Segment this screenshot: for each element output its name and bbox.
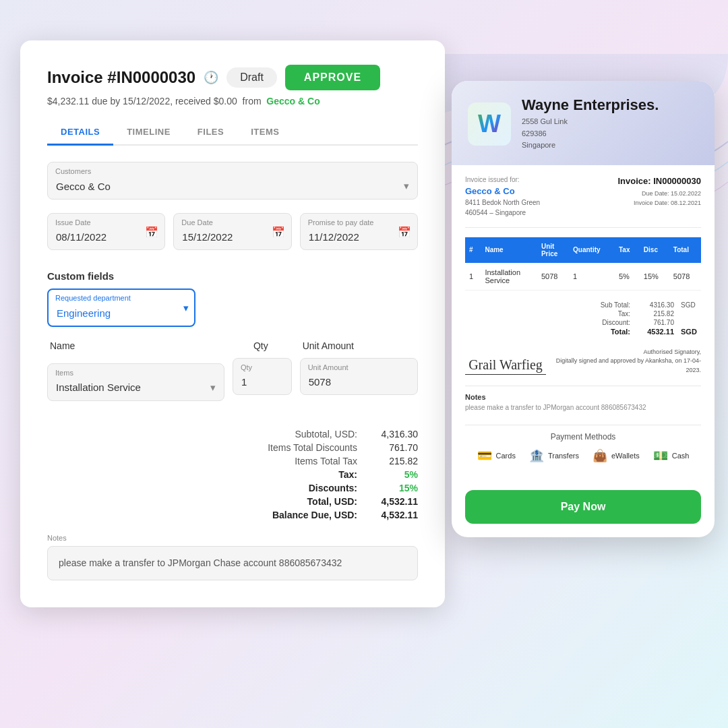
th-disc: Disc bbox=[640, 237, 669, 263]
chevron-down-icon: ▾ bbox=[404, 180, 409, 192]
logo-letter: W bbox=[478, 110, 501, 138]
th-unit-price: UnitPrice bbox=[537, 237, 569, 263]
custom-fields-label: Custom fields bbox=[47, 270, 418, 282]
requested-dept-value: Engineering bbox=[57, 307, 111, 319]
tax-value: 215.82 bbox=[637, 310, 674, 317]
row-quantity: 1 bbox=[569, 263, 615, 291]
payment-cards[interactable]: 💳 Cards bbox=[477, 448, 516, 463]
notes-preview-section: Notes please make a transfer to JPMorgan… bbox=[465, 386, 701, 418]
table-header: # Name UnitPrice Quantity Tax Disc Total bbox=[465, 237, 701, 263]
balance-label: Balance Due, USD: bbox=[209, 510, 357, 520]
total-final-row: Total: 4532.11 SGD bbox=[590, 328, 701, 336]
payment-icons: 💳 Cards 🏦 Transfers 👜 eWallets 💵 Cash bbox=[465, 448, 701, 463]
tab-timeline[interactable]: TIMELINE bbox=[113, 120, 184, 146]
discount-value: 761.70 bbox=[637, 319, 674, 326]
invoice-form-card: Invoice #IN0000030 🕐 Draft APPROVE $4,23… bbox=[20, 40, 445, 607]
item-value: Installation Service bbox=[56, 382, 141, 393]
tabs: DETAILS TIMELINE FILES ITEMS bbox=[47, 120, 418, 146]
subtotal-row: Subtotal, USD: 4,316.30 bbox=[47, 429, 418, 439]
discount-label: Discount: bbox=[590, 319, 630, 326]
invoice-to-row: Invoice issued for: Gecco & Co 8411 Bedo… bbox=[465, 176, 701, 228]
tab-items[interactable]: ITEMS bbox=[237, 120, 293, 146]
company-logo: W bbox=[468, 102, 511, 146]
chevron-down-icon: ▾ bbox=[183, 302, 189, 314]
tax-label: Tax: bbox=[590, 310, 630, 317]
ewallets-icon: 👜 bbox=[593, 448, 607, 463]
client-name: Gecco & Co bbox=[465, 186, 540, 196]
approve-button[interactable]: APPROVE bbox=[285, 65, 380, 90]
tab-details[interactable]: DETAILS bbox=[47, 120, 113, 146]
notes-section: Notes please make a transfer to JPMorgan… bbox=[47, 534, 418, 580]
authorised-text: Grail Warfieg bbox=[465, 357, 546, 375]
discount-row: Discount: 761.70 bbox=[590, 319, 701, 326]
promise-date-field: Promise to pay date 11/12/2022 📅 bbox=[300, 213, 418, 261]
tab-files[interactable]: FILES bbox=[184, 120, 237, 146]
total-row: Total, USD: 4,532.11 bbox=[47, 496, 418, 507]
company-info: Wayne Enterprises. 2558 Gul Link 629386 … bbox=[522, 97, 659, 152]
cards-label: Cards bbox=[496, 452, 516, 460]
pay-now-button[interactable]: Pay Now bbox=[465, 490, 701, 524]
th-quantity: Quantity bbox=[569, 237, 615, 263]
from-company[interactable]: Gecco & Co bbox=[266, 96, 320, 107]
qty-value: 1 bbox=[241, 376, 247, 388]
th-tax: Tax bbox=[615, 237, 640, 263]
payment-ewallets[interactable]: 👜 eWallets bbox=[593, 448, 640, 463]
promise-date-value: 11/12/2022 bbox=[309, 231, 359, 243]
th-name: Name bbox=[481, 237, 537, 263]
issued-for-label: Invoice issued for: bbox=[465, 176, 540, 183]
signature-area: Grail Warfieg Authorised Signatory, Digi… bbox=[465, 348, 701, 375]
balance-value: 4,532.11 bbox=[357, 510, 418, 520]
due-date-value: 15/12/2022 bbox=[182, 231, 233, 243]
preview-body: Invoice issued for: Gecco & Co 8411 Bedo… bbox=[452, 165, 715, 491]
invoice-preview-card: W Wayne Enterprises. 2558 Gul Link 62938… bbox=[452, 81, 715, 537]
items-tax-label: Items Total Tax bbox=[209, 456, 357, 466]
table-row: 1 InstallationService 5078 1 5% 15% 5078 bbox=[465, 263, 701, 291]
authorised-signatory: Authorised Signatory, Digitally signed a… bbox=[551, 348, 701, 375]
company-address: 2558 Gul Link 629386 Singapore bbox=[522, 116, 659, 152]
chevron-down-icon: ▾ bbox=[210, 382, 216, 394]
transfers-icon: 🏦 bbox=[529, 448, 544, 463]
tax-label: Tax: bbox=[209, 469, 357, 480]
sub-total-label: Sub Total: bbox=[590, 301, 630, 309]
draft-badge: Draft bbox=[226, 67, 277, 88]
calendar-icon-promise[interactable]: 📅 bbox=[398, 225, 411, 238]
row-total: 5078 bbox=[669, 263, 701, 291]
payment-methods-section: Payment Methods 💳 Cards 🏦 Transfers 👜 eW… bbox=[465, 425, 701, 479]
total-label: Total, USD: bbox=[209, 496, 357, 507]
promise-date-label: Promise to pay date bbox=[308, 218, 374, 226]
signature: Grail Warfieg bbox=[465, 357, 546, 375]
issue-date-label: Issue Date bbox=[55, 218, 91, 226]
row-tax: 5% bbox=[615, 263, 640, 291]
payment-cash[interactable]: 💵 Cash bbox=[653, 448, 690, 463]
sub-total-value: 4316.30 bbox=[637, 301, 674, 309]
table-body: 1 InstallationService 5078 1 5% 15% 5078 bbox=[465, 263, 701, 291]
customer-field: Customers Gecco & Co ▾ bbox=[47, 162, 418, 200]
transfers-label: Transfers bbox=[548, 452, 579, 460]
cash-label: Cash bbox=[672, 452, 690, 460]
subtotal-label: Subtotal, USD: bbox=[209, 429, 357, 439]
calendar-icon-due[interactable]: 📅 bbox=[272, 225, 285, 238]
discounts-value: 15% bbox=[357, 483, 418, 493]
items-tax-value: 215.82 bbox=[357, 456, 418, 466]
col-qty: Qty bbox=[233, 340, 289, 351]
total-value: 4,532.11 bbox=[357, 496, 418, 507]
total-currency: SGD bbox=[681, 328, 701, 336]
items-header: Name Qty Unit Amount bbox=[47, 340, 418, 351]
subtotal-value: 4,316.30 bbox=[357, 429, 418, 439]
cash-icon: 💵 bbox=[653, 448, 668, 463]
row-unit-price: 5078 bbox=[537, 263, 569, 291]
items-row: Items Installation Service ▾ Qty 1 Unit … bbox=[47, 358, 418, 406]
discounts-row: Discounts: 15% bbox=[47, 483, 418, 493]
items-discount-row: Items Total Discounts 761.70 bbox=[47, 442, 418, 453]
requested-department-field: Requested department Engineering ▾ bbox=[47, 289, 195, 327]
issue-date-value: 08/11/2022 bbox=[56, 231, 107, 243]
calendar-icon-issue[interactable]: 📅 bbox=[145, 225, 158, 238]
th-num: # bbox=[465, 237, 481, 263]
items-table: # Name UnitPrice Quantity Tax Disc Total… bbox=[465, 237, 701, 291]
item-unit-amount-field: Unit Amount 5078 bbox=[300, 358, 418, 406]
payment-transfers[interactable]: 🏦 Transfers bbox=[529, 448, 579, 463]
sub-total-currency: SGD bbox=[681, 301, 701, 309]
tax-row: Tax: 5% bbox=[47, 469, 418, 480]
th-total: Total bbox=[669, 237, 701, 263]
cards-icon: 💳 bbox=[477, 448, 492, 463]
